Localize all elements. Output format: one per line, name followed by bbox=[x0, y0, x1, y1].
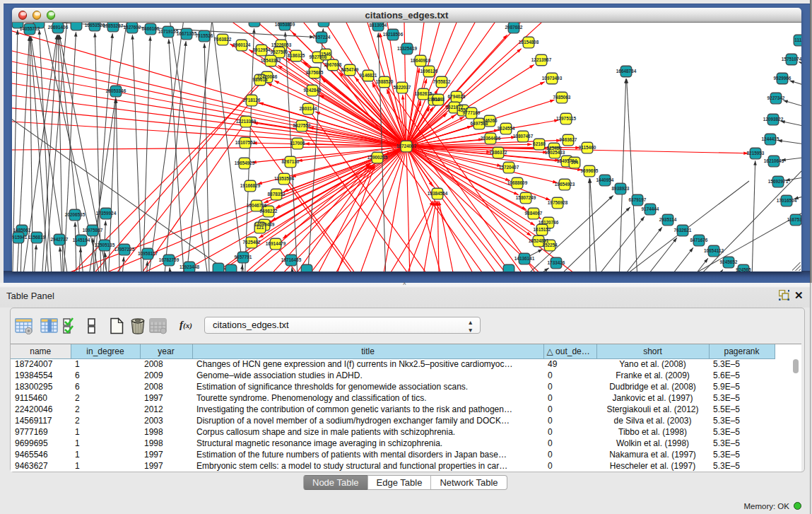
svg-text:924565: 924565 bbox=[736, 267, 751, 271]
svg-text:121: 121 bbox=[257, 225, 264, 230]
svg-text:16120746: 16120746 bbox=[539, 220, 559, 225]
svg-text:10973493: 10973493 bbox=[542, 76, 563, 81]
svg-text:7955812: 7955812 bbox=[433, 79, 451, 84]
svg-text:11923448: 11923448 bbox=[180, 264, 200, 269]
svg-text:15751074: 15751074 bbox=[782, 57, 801, 62]
svg-text:90448: 90448 bbox=[432, 97, 445, 102]
svg-text:10653528: 10653528 bbox=[85, 23, 105, 28]
svg-text:252254: 252254 bbox=[542, 243, 558, 247]
svg-text:8878352: 8878352 bbox=[268, 192, 286, 197]
svg-text:11325419: 11325419 bbox=[397, 46, 418, 51]
svg-text:1244415: 1244415 bbox=[762, 136, 779, 141]
svg-text:16914479: 16914479 bbox=[266, 241, 286, 246]
svg-text:1112: 1112 bbox=[794, 37, 801, 42]
svg-text:20691406: 20691406 bbox=[48, 25, 69, 30]
svg-text:2942737: 2942737 bbox=[51, 237, 69, 242]
svg-text:7515526: 7515526 bbox=[196, 33, 213, 38]
svg-text:12975115: 12975115 bbox=[556, 116, 577, 121]
svg-text:1588520: 1588520 bbox=[376, 79, 394, 84]
svg-text:16053809: 16053809 bbox=[275, 23, 295, 27]
svg-text:8215953: 8215953 bbox=[747, 151, 765, 156]
svg-text:19716485: 19716485 bbox=[281, 257, 302, 262]
svg-text:12213967: 12213967 bbox=[531, 57, 552, 62]
svg-text:8912954: 8912954 bbox=[253, 47, 271, 52]
svg-text:9146821: 9146821 bbox=[360, 73, 377, 78]
svg-text:15900295: 15900295 bbox=[367, 155, 388, 160]
svg-text:9498222: 9498222 bbox=[260, 209, 278, 214]
svg-text:8427552: 8427552 bbox=[293, 123, 311, 128]
svg-text:10807467: 10807467 bbox=[513, 134, 534, 139]
svg-text:19654923: 19654923 bbox=[555, 182, 575, 187]
svg-text:594: 594 bbox=[571, 160, 579, 165]
svg-text:8938923: 8938923 bbox=[612, 186, 630, 191]
svg-text:1546: 1546 bbox=[321, 52, 331, 57]
svg-text:7386372: 7386372 bbox=[490, 150, 507, 155]
svg-text:8471676: 8471676 bbox=[690, 238, 708, 243]
svg-text:10107552: 10107552 bbox=[235, 140, 256, 145]
svg-text:7632621: 7632621 bbox=[674, 228, 692, 233]
svg-text:3375685: 3375685 bbox=[306, 70, 324, 75]
svg-text:8454749: 8454749 bbox=[341, 67, 359, 72]
svg-text:9699695: 9699695 bbox=[581, 168, 599, 173]
svg-text:9777169: 9777169 bbox=[463, 110, 481, 115]
svg-text:2967608: 2967608 bbox=[324, 62, 342, 67]
svg-text:3915941: 3915941 bbox=[12, 235, 28, 240]
svg-text:1156819: 1156819 bbox=[28, 235, 46, 240]
svg-text:8267130: 8267130 bbox=[282, 159, 300, 164]
svg-text:10654112: 10654112 bbox=[704, 248, 724, 253]
svg-text:62160: 62160 bbox=[533, 141, 546, 146]
svg-text:9242848: 9242848 bbox=[304, 88, 322, 93]
svg-text:1167533: 1167533 bbox=[787, 217, 801, 222]
svg-text:16154808: 16154808 bbox=[519, 40, 539, 45]
svg-text:16782759: 16782759 bbox=[159, 257, 180, 262]
svg-text:117006: 117006 bbox=[290, 141, 305, 146]
svg-text:1145194: 1145194 bbox=[73, 238, 90, 243]
svg-text:16543382: 16543382 bbox=[261, 58, 281, 63]
svg-text:6466160: 6466160 bbox=[142, 26, 160, 31]
svg-text:2087682: 2087682 bbox=[505, 25, 523, 30]
svg-text:19756928: 19756928 bbox=[548, 200, 568, 205]
svg-text:3624554: 3624554 bbox=[498, 126, 515, 131]
svg-text:9529966: 9529966 bbox=[774, 76, 792, 81]
svg-text:10958117: 10958117 bbox=[138, 251, 158, 256]
svg-text:17957225: 17957225 bbox=[114, 247, 135, 252]
svg-text:16210643: 16210643 bbox=[764, 158, 784, 163]
svg-text:9227342: 9227342 bbox=[767, 95, 785, 100]
svg-text:7663822: 7663822 bbox=[214, 37, 232, 42]
svg-text:2935114: 2935114 bbox=[659, 217, 677, 222]
svg-text:10688609: 10688609 bbox=[507, 180, 528, 185]
svg-text:5822037: 5822037 bbox=[394, 85, 411, 90]
svg-text:1696126: 1696126 bbox=[420, 69, 438, 74]
svg-text:10025433: 10025433 bbox=[545, 150, 565, 155]
svg-text:7625402: 7625402 bbox=[243, 240, 261, 245]
svg-text:10046796: 10046796 bbox=[247, 203, 267, 208]
svg-text:8813054: 8813054 bbox=[370, 23, 387, 28]
svg-text:9657791: 9657791 bbox=[235, 255, 252, 259]
svg-text:12505135: 12505135 bbox=[95, 243, 115, 247]
svg-text:20364436: 20364436 bbox=[481, 136, 501, 141]
svg-text:19654925: 19654925 bbox=[235, 160, 255, 165]
svg-text:12093822: 12093822 bbox=[763, 117, 784, 122]
svg-text:8186325: 8186325 bbox=[288, 53, 305, 58]
svg-text:15807249: 15807249 bbox=[516, 195, 536, 200]
svg-text:18640910: 18640910 bbox=[411, 58, 431, 63]
svg-text:10975867: 10975867 bbox=[83, 228, 103, 233]
svg-text:16671355: 16671355 bbox=[177, 31, 197, 36]
svg-text:9527500: 9527500 bbox=[271, 49, 288, 54]
svg-text:9463627: 9463627 bbox=[560, 137, 577, 142]
svg-text:2803144: 2803144 bbox=[300, 106, 317, 111]
svg-text:7485063: 7485063 bbox=[553, 95, 571, 100]
svg-text:19218506: 19218506 bbox=[383, 32, 404, 37]
svg-text:6497568: 6497568 bbox=[471, 121, 488, 126]
svg-text:9174444: 9174444 bbox=[642, 206, 659, 211]
svg-text:6379197: 6379197 bbox=[629, 197, 647, 202]
svg-text:1527602: 1527602 bbox=[124, 25, 141, 30]
svg-text:1362615: 1362615 bbox=[415, 91, 433, 96]
svg-text:15720407: 15720407 bbox=[499, 165, 519, 170]
svg-text:16648784: 16648784 bbox=[616, 69, 637, 74]
svg-text:989618: 989618 bbox=[252, 77, 268, 82]
svg-text:10853287: 10853287 bbox=[103, 23, 124, 28]
svg-text:2718126: 2718126 bbox=[243, 98, 261, 103]
svg-text:20206535: 20206535 bbox=[65, 212, 86, 217]
svg-text:9884067: 9884067 bbox=[525, 211, 543, 216]
